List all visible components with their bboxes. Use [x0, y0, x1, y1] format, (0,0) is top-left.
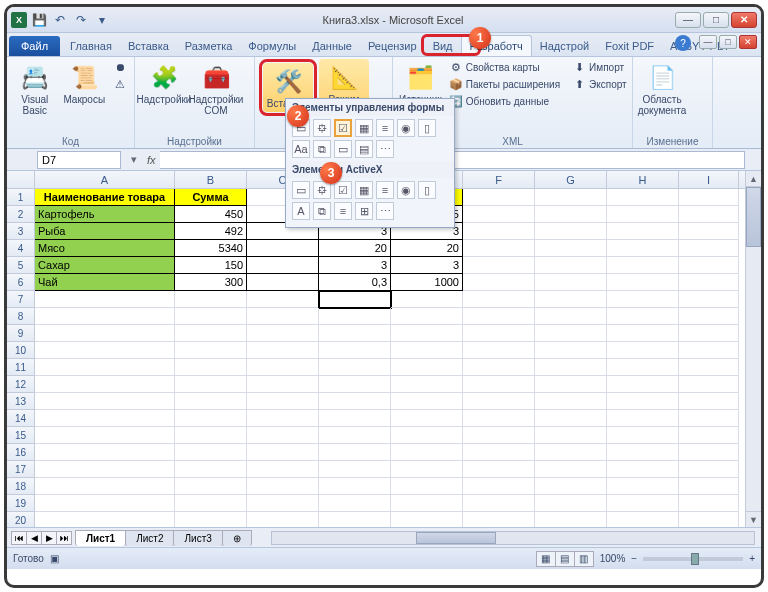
cell-I11[interactable] — [679, 359, 739, 376]
row-header-4[interactable]: 4 — [7, 240, 35, 257]
new-sheet-button[interactable]: ⊕ — [222, 530, 252, 546]
cell-C13[interactable] — [247, 393, 319, 410]
row-header-8[interactable]: 8 — [7, 308, 35, 325]
cell-B17[interactable] — [175, 461, 247, 478]
view-page-break-button[interactable]: ▥ — [574, 551, 594, 567]
horizontal-scroll-thumb[interactable] — [416, 532, 496, 544]
cell-G6[interactable] — [535, 274, 607, 291]
tab-foxit-pdf[interactable]: Foxit PDF — [597, 36, 662, 56]
cell-A11[interactable] — [35, 359, 175, 376]
row-header-2[interactable]: 2 — [7, 206, 35, 223]
cell-I14[interactable] — [679, 410, 739, 427]
form-listbox-icon[interactable]: ≡ — [376, 119, 394, 137]
cell-C16[interactable] — [247, 444, 319, 461]
cell-D12[interactable] — [319, 376, 391, 393]
status-macro-icon[interactable]: ▣ — [50, 553, 59, 564]
cell-C9[interactable] — [247, 325, 319, 342]
row-header-20[interactable]: 20 — [7, 512, 35, 527]
cell-G3[interactable] — [535, 223, 607, 240]
cell-G8[interactable] — [535, 308, 607, 325]
tab-formulas[interactable]: Формулы — [240, 36, 304, 56]
cell-C19[interactable] — [247, 495, 319, 512]
com-addins-button[interactable]: 🧰 Надстройки COM — [191, 59, 241, 119]
scroll-up-icon[interactable]: ▲ — [746, 171, 761, 187]
xml-export-button[interactable]: ⬆Экспорт — [569, 76, 630, 92]
cell-G9[interactable] — [535, 325, 607, 342]
cell-H14[interactable] — [607, 410, 679, 427]
form-label-icon[interactable]: Aa — [292, 140, 310, 158]
cell-I1[interactable] — [679, 189, 739, 206]
row-header-10[interactable]: 10 — [7, 342, 35, 359]
cell-E8[interactable] — [391, 308, 463, 325]
cell-A16[interactable] — [35, 444, 175, 461]
cell-I6[interactable] — [679, 274, 739, 291]
form-scrollbar-icon[interactable]: ⧉ — [313, 140, 331, 158]
cell-F17[interactable] — [463, 461, 535, 478]
cell-A19[interactable] — [35, 495, 175, 512]
tab-home[interactable]: Главная — [62, 36, 120, 56]
zoom-in-button[interactable]: + — [749, 553, 755, 564]
ax-checkbox-icon[interactable]: ☑ — [334, 181, 352, 199]
cell-D6[interactable]: 0,3 — [319, 274, 391, 291]
cell-D20[interactable] — [319, 512, 391, 527]
record-macro-button[interactable]: ⏺ — [110, 59, 130, 75]
zoom-out-button[interactable]: − — [631, 553, 637, 564]
cell-F12[interactable] — [463, 376, 535, 393]
cell-D13[interactable] — [319, 393, 391, 410]
cell-I2[interactable] — [679, 206, 739, 223]
cell-B3[interactable]: 492 — [175, 223, 247, 240]
row-header-9[interactable]: 9 — [7, 325, 35, 342]
row-header-13[interactable]: 13 — [7, 393, 35, 410]
cell-B1[interactable]: Сумма — [175, 189, 247, 206]
cell-E9[interactable] — [391, 325, 463, 342]
cell-I13[interactable] — [679, 393, 739, 410]
sheet-tab-3[interactable]: Лист3 — [173, 530, 222, 546]
cell-D14[interactable] — [319, 410, 391, 427]
cell-A4[interactable]: Мясо — [35, 240, 175, 257]
cell-H3[interactable] — [607, 223, 679, 240]
row-header-19[interactable]: 19 — [7, 495, 35, 512]
cell-B20[interactable] — [175, 512, 247, 527]
cell-E12[interactable] — [391, 376, 463, 393]
cell-H6[interactable] — [607, 274, 679, 291]
cell-B6[interactable]: 300 — [175, 274, 247, 291]
cell-D17[interactable] — [319, 461, 391, 478]
ax-more-icon[interactable]: ⋯ — [376, 202, 394, 220]
cell-E17[interactable] — [391, 461, 463, 478]
cell-F14[interactable] — [463, 410, 535, 427]
cell-F11[interactable] — [463, 359, 535, 376]
qat-customize-icon[interactable]: ▾ — [93, 11, 111, 29]
cell-F2[interactable] — [463, 206, 535, 223]
column-header-I[interactable]: I — [679, 171, 739, 188]
fx-icon[interactable]: fx — [147, 154, 156, 166]
macro-security-button[interactable]: ⚠ — [110, 76, 130, 92]
ax-image-icon[interactable]: ≡ — [334, 202, 352, 220]
row-header-17[interactable]: 17 — [7, 461, 35, 478]
cell-C5[interactable] — [247, 257, 319, 274]
cell-B13[interactable] — [175, 393, 247, 410]
cell-H8[interactable] — [607, 308, 679, 325]
cell-E14[interactable] — [391, 410, 463, 427]
qat-undo-icon[interactable]: ↶ — [51, 11, 69, 29]
cell-I3[interactable] — [679, 223, 739, 240]
sheet-tab-1[interactable]: Лист1 — [75, 530, 126, 546]
cell-F8[interactable] — [463, 308, 535, 325]
cell-F16[interactable] — [463, 444, 535, 461]
cell-F7[interactable] — [463, 291, 535, 308]
cell-A20[interactable] — [35, 512, 175, 527]
cell-A7[interactable] — [35, 291, 175, 308]
tab-addins[interactable]: Надстрой — [532, 36, 597, 56]
cell-I17[interactable] — [679, 461, 739, 478]
cell-A8[interactable] — [35, 308, 175, 325]
sheet-nav-next[interactable]: ▶ — [41, 531, 57, 545]
window-close-button[interactable]: ✕ — [731, 12, 757, 28]
cell-I15[interactable] — [679, 427, 739, 444]
vertical-scroll-thumb[interactable] — [746, 187, 761, 247]
form-more-icon[interactable]: ⋯ — [376, 140, 394, 158]
row-header-16[interactable]: 16 — [7, 444, 35, 461]
cell-C17[interactable] — [247, 461, 319, 478]
tab-page-layout[interactable]: Разметка — [177, 36, 241, 56]
qat-save-icon[interactable]: 💾 — [30, 11, 48, 29]
cell-H17[interactable] — [607, 461, 679, 478]
cell-I18[interactable] — [679, 478, 739, 495]
